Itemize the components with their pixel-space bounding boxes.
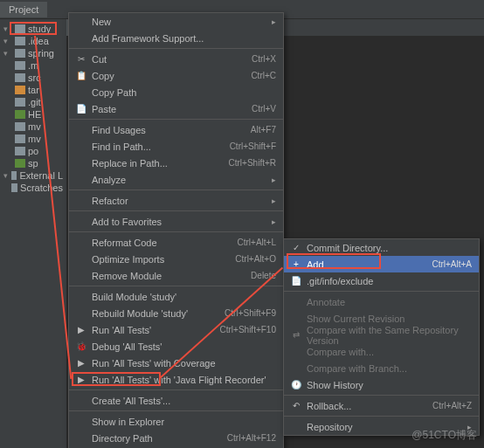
tree-label: .git [28, 97, 41, 107]
tree-item[interactable]: src [2, 72, 65, 84]
menu-item-icon: 🐞 [74, 341, 88, 351]
tree-item[interactable]: Scratches [2, 182, 65, 194]
menu-shortcut: Ctrl+Shift+F [230, 141, 276, 151]
menu-item[interactable]: Remove ModuleDelete [69, 267, 283, 284]
menu-item[interactable]: 📋CopyCtrl+C [69, 67, 283, 84]
tree-item[interactable]: .git [2, 96, 65, 108]
menu-item-label: Run 'All Tests' with 'Java Flight Record… [88, 375, 276, 385]
menu-item-label: Rebuild Module 'study' [88, 308, 225, 319]
menu-item[interactable]: 📄PasteCtrl+V [69, 100, 283, 117]
menu-item[interactable]: Find in Path...Ctrl+Shift+F [69, 138, 283, 155]
menu-item-label: Annotate [303, 297, 472, 307]
menu-item-label: Reformat Code [88, 238, 238, 248]
tree-item[interactable]: ▾spring [2, 47, 65, 59]
menu-item[interactable]: Directory PathCtrl+Alt+F12 [69, 430, 283, 446]
menu-separator [69, 210, 283, 211]
tree-label: tar [28, 85, 39, 95]
tree-item[interactable]: mv [2, 121, 65, 133]
tree-item[interactable]: po [2, 145, 65, 157]
menu-item[interactable]: New▸ [69, 13, 283, 30]
menu-item[interactable]: ▶Run 'All Tests'Ctrl+Shift+F10 [69, 321, 283, 338]
menu-item[interactable]: ▶Run 'All Tests' with Coverage [69, 355, 283, 371]
menu-shortcut: Delete [251, 271, 276, 280]
tree-label: External L [19, 170, 63, 181]
menu-item-icon: ↶ [289, 401, 303, 410]
menu-separator [284, 291, 479, 292]
menu-separator [69, 48, 283, 49]
folder-icon [15, 37, 25, 45]
menu-item-label: Directory Path [88, 433, 227, 444]
menu-item-label: .git/info/exclude [303, 276, 472, 286]
menu-item-label: Copy Path [88, 87, 276, 98]
menu-item[interactable]: Add to Favorites▸ [69, 213, 283, 230]
menu-item[interactable]: Replace in Path...Ctrl+Shift+R [69, 155, 283, 171]
tree-item[interactable]: mv [2, 133, 65, 145]
menu-item[interactable]: 🐞Debug 'All Tests' [69, 338, 283, 355]
menu-item[interactable]: Optimize ImportsCtrl+Alt+O [69, 251, 283, 267]
menu-item[interactable]: Copy Path [69, 84, 283, 100]
menu-item-label: Run 'All Tests' [88, 325, 220, 335]
menu-item[interactable]: Build Module 'study' [69, 288, 283, 305]
menu-item[interactable]: ↶Rollback...Ctrl+Alt+Z [284, 397, 479, 414]
menu-shortcut: Ctrl+C [251, 71, 276, 80]
menu-item-label: Replace in Path... [88, 158, 229, 169]
menu-item-icon: + [289, 259, 303, 269]
tree-item[interactable]: ▾.idea [2, 35, 65, 47]
tree-item[interactable]: .m [2, 59, 65, 72]
menu-item[interactable]: 📄.git/info/exclude [284, 272, 479, 289]
expand-icon: ▾ [3, 171, 9, 180]
folder-icon [15, 73, 25, 82]
menu-item[interactable]: Reformat CodeCtrl+Alt+L [69, 234, 283, 251]
git-submenu[interactable]: ✓Commit Directory...+AddCtrl+Alt+A📄.git/… [283, 238, 480, 436]
menu-separator [69, 119, 283, 120]
folder-icon [15, 147, 25, 155]
submenu-icon: ▸ [272, 196, 276, 205]
folder-icon [15, 24, 25, 33]
menu-item[interactable]: ✓Commit Directory... [284, 239, 479, 256]
menu-item-label: Compare with the Same Repository Version [303, 325, 472, 346]
menu-item[interactable]: Refactor▸ [69, 192, 283, 209]
menu-item: Compare with Branch... [284, 360, 479, 376]
menu-item[interactable]: ✂CutCtrl+X [69, 51, 283, 67]
menu-item[interactable]: Show in Explorer [69, 413, 283, 430]
tree-label: study [28, 24, 51, 34]
menu-shortcut: Ctrl+Alt+Z [432, 401, 472, 410]
project-sidebar[interactable]: ▾study▾.idea▾spring.msrctar.gitHEmvmvpos… [0, 19, 66, 448]
tree-item[interactable]: HE [2, 108, 65, 121]
folder-icon [15, 122, 25, 131]
folder-icon [11, 171, 17, 180]
project-tab[interactable]: Project [0, 2, 47, 17]
menu-item: Annotate [284, 293, 479, 310]
menu-item[interactable]: Find UsagesAlt+F7 [69, 121, 283, 138]
menu-item[interactable]: Create 'All Tests'... [69, 392, 283, 409]
folder-icon [15, 61, 25, 70]
project-tab-label: Project [9, 4, 38, 15]
menu-separator [69, 286, 283, 286]
tree-item[interactable]: sp [2, 157, 65, 169]
menu-separator [284, 416, 479, 417]
menu-item[interactable]: ▶Run 'All Tests' with 'Java Flight Recor… [69, 371, 283, 388]
menu-item[interactable]: 🕐Show History [284, 376, 479, 393]
tree-item[interactable]: tar [2, 84, 65, 96]
menu-item-label: Compare with... [303, 347, 472, 357]
menu-separator [69, 410, 283, 411]
menu-item-icon: ✂ [74, 54, 88, 64]
menu-item[interactable]: Analyze▸ [69, 171, 283, 188]
menu-item[interactable]: +AddCtrl+Alt+A [284, 256, 479, 272]
menu-item-label: Paste [88, 104, 252, 114]
expand-icon: ▾ [3, 24, 12, 33]
tree-item[interactable]: ▾External L [2, 169, 65, 182]
menu-item-icon: 📄 [289, 276, 303, 286]
menu-item[interactable]: Add Framework Support... [69, 30, 283, 46]
menu-item[interactable]: Rebuild Module 'study'Ctrl+Shift+F9 [69, 305, 283, 321]
tree-label: mv [28, 121, 41, 132]
tree-label: src [28, 72, 41, 83]
tree-label: mv [28, 134, 41, 144]
tree-item[interactable]: ▾study [2, 23, 65, 35]
expand-icon: ▾ [3, 49, 12, 58]
context-menu[interactable]: New▸Add Framework Support...✂CutCtrl+X📋C… [68, 12, 284, 448]
menu-shortcut: Alt+F7 [251, 125, 276, 134]
menu-item-label: Find in Path... [88, 141, 230, 152]
menu-separator [284, 395, 479, 396]
menu-shortcut: Ctrl+V [252, 104, 276, 114]
